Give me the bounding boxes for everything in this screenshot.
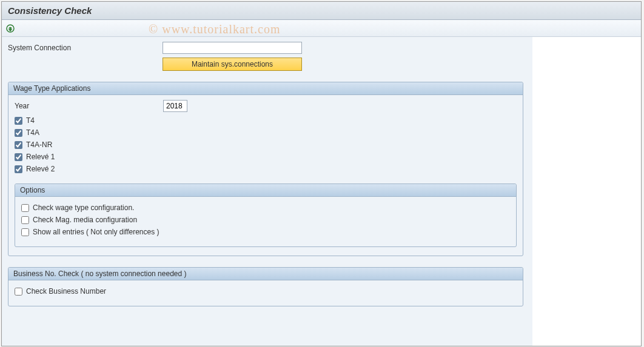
- execute-icon[interactable]: [5, 24, 15, 33]
- business-no-check-header: Business No. Check ( no system connectio…: [8, 268, 523, 280]
- checkbox-row-t4: T4: [15, 114, 517, 127]
- checkbox-row-wage-type-config: Check wage type configuration.: [21, 202, 510, 214]
- year-input[interactable]: [163, 100, 187, 112]
- checkbox-t4a-nr[interactable]: [15, 141, 22, 149]
- checkbox-label: Relevé 1: [26, 153, 55, 161]
- checkbox-label: Check wage type configuration.: [33, 203, 134, 212]
- checkbox-releve2[interactable]: [15, 165, 22, 173]
- window: Consistency Check System Connection Main…: [1, 1, 642, 346]
- checkbox-label: Show all entries ( Not only differences …: [33, 228, 159, 236]
- checkbox-row-t4a: T4A: [15, 127, 517, 139]
- checkbox-row-mag-media: Check Mag. media configuration: [21, 214, 510, 226]
- checkbox-mag-media[interactable]: [21, 216, 29, 224]
- checkbox-business-number[interactable]: [15, 288, 22, 296]
- checkbox-row-t4a-nr: T4A-NR: [15, 139, 517, 151]
- system-connection-row: System Connection: [8, 42, 526, 54]
- options-header: Options: [15, 184, 516, 197]
- checkbox-label: T4A: [26, 128, 39, 137]
- checkbox-show-all[interactable]: [21, 228, 29, 236]
- checkbox-row-business-number: Check Business Number: [15, 285, 517, 297]
- wage-type-applications-header: Wage Type Applications: [8, 82, 523, 95]
- toolbar: [2, 20, 641, 37]
- checkbox-label: Check Business Number: [26, 287, 106, 296]
- checkbox-t4a[interactable]: [15, 129, 22, 137]
- content-area: System Connection Maintain sys.connectio…: [2, 37, 532, 346]
- system-connection-input[interactable]: [163, 42, 302, 54]
- checkbox-label: Relevé 2: [26, 165, 55, 173]
- checkbox-t4[interactable]: [15, 117, 22, 125]
- checkbox-row-releve2: Relevé 2: [15, 163, 517, 175]
- year-label: Year: [15, 102, 163, 110]
- options-group: Options Check wage type configuration. C…: [15, 183, 517, 247]
- checkbox-row-show-all: Show all entries ( Not only differences …: [21, 226, 510, 238]
- checkbox-label: T4A-NR: [26, 140, 52, 149]
- maintain-sys-connections-button[interactable]: Maintain sys.connections: [163, 58, 302, 71]
- wage-type-applications-group: Wage Type Applications Year T4 T4A T4A-N…: [8, 82, 523, 256]
- page-title: Consistency Check: [2, 2, 641, 20]
- checkbox-row-releve1: Relevé 1: [15, 151, 517, 163]
- checkbox-wage-type-config[interactable]: [21, 204, 29, 212]
- system-connection-label: System Connection: [8, 44, 163, 52]
- checkbox-label: Check Mag. media configuration: [33, 216, 137, 224]
- checkbox-releve1[interactable]: [15, 153, 22, 161]
- business-no-check-group: Business No. Check ( no system connectio…: [8, 267, 523, 306]
- checkbox-label: T4: [26, 116, 35, 125]
- year-row: Year: [15, 100, 517, 112]
